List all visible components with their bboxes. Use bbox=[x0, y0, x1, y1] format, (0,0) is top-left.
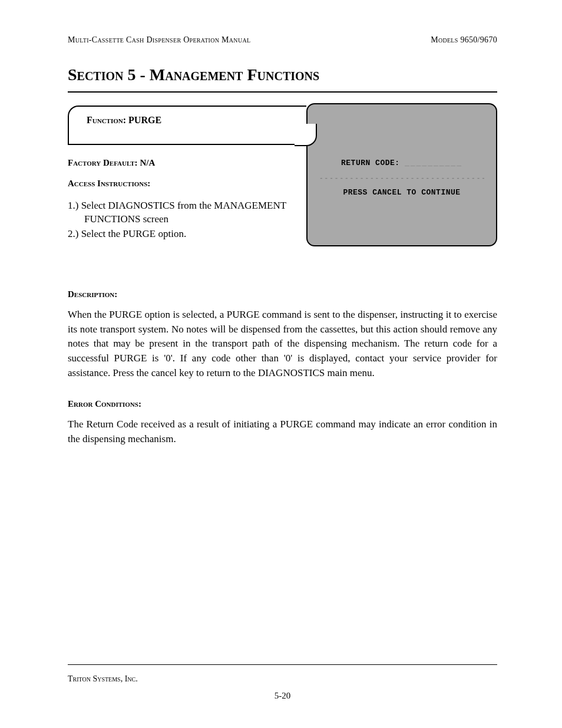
function-tab: Function: PURGE bbox=[68, 106, 306, 145]
screen-return-code-label: RETURN CODE: bbox=[341, 159, 400, 167]
footer-rule bbox=[68, 664, 497, 665]
error-conditions-text: The Return Code received as a result of … bbox=[68, 417, 497, 446]
factory-default-value: N/A bbox=[140, 158, 155, 167]
section-title: Section 5 - Management Functions bbox=[68, 65, 497, 84]
function-label: Function: PURGE bbox=[87, 115, 161, 125]
access-instructions-label: Access Instructions: bbox=[68, 179, 303, 189]
access-instructions-list: 1.) Select DIAGNOSTICS from the MANAGEME… bbox=[68, 199, 303, 241]
screen-press-cancel: PRESS CANCEL TO CONTINUE bbox=[319, 187, 484, 199]
access-step-1: 1.) Select DIAGNOSTICS from the MANAGEME… bbox=[68, 199, 303, 226]
screen-return-code-blank: __________ bbox=[405, 159, 462, 167]
header-right: Models 9650/9670 bbox=[431, 35, 497, 45]
factory-default-row: Factory Default: N/A bbox=[68, 158, 303, 168]
screen-divider: ---------------------------------------- bbox=[319, 173, 484, 184]
function-value: PURGE bbox=[128, 115, 161, 125]
access-step-2: 2.) Select the PURGE option. bbox=[68, 228, 303, 241]
error-conditions-label: Error Conditions: bbox=[68, 399, 497, 409]
description-text: When the PURGE option is selected, a PUR… bbox=[68, 308, 497, 380]
title-rule bbox=[68, 91, 497, 93]
page-footer: Triton Systems, Inc. 5-20 bbox=[68, 664, 497, 701]
factory-default-label: Factory Default: bbox=[68, 158, 140, 167]
screen-return-code-line: RETURN CODE: __________ bbox=[319, 157, 484, 170]
page-number: 5-20 bbox=[68, 691, 497, 701]
description-label: Description: bbox=[68, 289, 497, 299]
footer-company: Triton Systems, Inc. bbox=[68, 674, 497, 684]
page-header: Multi-Cassette Cash Dispenser Operation … bbox=[68, 35, 497, 45]
header-left: Multi-Cassette Cash Dispenser Operation … bbox=[68, 35, 250, 45]
function-prefix: Function: bbox=[87, 115, 128, 125]
atm-screen-preview: RETURN CODE: __________ ----------------… bbox=[306, 103, 497, 246]
